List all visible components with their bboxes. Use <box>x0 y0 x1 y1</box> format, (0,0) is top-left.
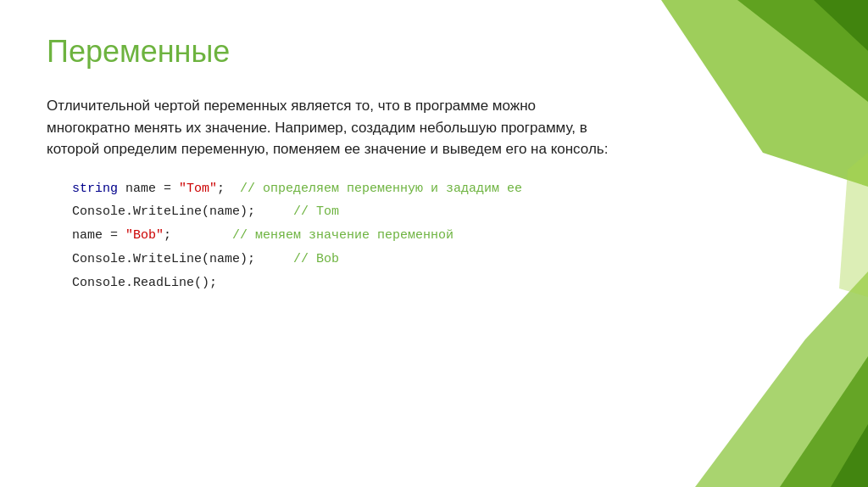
code-line-3: name = "Bob"; // меняем значение перемен… <box>72 224 821 248</box>
svg-marker-5 <box>831 424 868 487</box>
keyword-string: string <box>72 182 118 196</box>
comment-4: // Bob <box>255 252 339 266</box>
code-line-5: Console.ReadLine(); <box>72 271 821 295</box>
value-bob: "Bob" <box>125 228 164 243</box>
comment-3: // меняем значение переменной <box>171 228 453 243</box>
page-title: Переменные <box>47 34 821 70</box>
comment-2: // Tom <box>255 204 339 219</box>
comment-1: // определяем переменную и зададим ее <box>225 182 522 196</box>
code-line-2: Console.WriteLine(name); // Tom <box>72 200 821 224</box>
description-text: Отличительной чертой переменных является… <box>47 95 623 160</box>
value-tom: "Tom" <box>179 182 217 196</box>
code-line-4: Console.WriteLine(name); // Bob <box>72 248 821 271</box>
code-block: string name = "Tom"; // определяем перем… <box>72 177 821 295</box>
code-line-1: string name = "Tom"; // определяем перем… <box>72 177 821 201</box>
svg-marker-4 <box>780 356 868 487</box>
